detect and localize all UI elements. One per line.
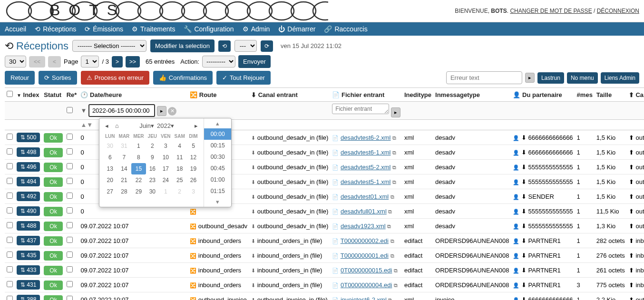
copy-icon[interactable]: ⧉ <box>390 253 394 259</box>
dp-home[interactable]: ⌂ <box>113 121 121 130</box>
copy-icon[interactable]: ⧉ <box>392 165 396 170</box>
dp-time-option[interactable]: 00:30 <box>204 151 231 163</box>
error-go-button[interactable]: ▸ <box>525 73 535 83</box>
row-re-checkbox[interactable] <box>67 193 73 199</box>
dp-next-month[interactable]: ▸ <box>193 121 200 130</box>
dp-time-option[interactable]: 00:15 <box>204 140 231 151</box>
modify-selection-button[interactable]: Modifier la selection <box>150 39 215 52</box>
copy-icon[interactable]: ⧉ <box>390 238 394 244</box>
row-checkbox[interactable] <box>7 163 13 169</box>
dp-day[interactable]: 10 <box>159 152 173 163</box>
date-go-button[interactable]: ▸ <box>157 106 166 116</box>
dp-day[interactable]: 3 <box>159 140 173 152</box>
file-go-button[interactable]: ▸ <box>391 107 400 117</box>
row-re-checkbox[interactable] <box>67 207 73 213</box>
file-link[interactable]: desadvtest6-2.xml <box>341 134 391 141</box>
logout-link[interactable]: DÉCONNEXION <box>597 8 639 14</box>
dp-day[interactable]: 3 <box>187 186 200 197</box>
index-badge[interactable]: ⇅ 431 <box>17 280 40 290</box>
page-size-select[interactable]: 30 <box>5 56 26 68</box>
copy-icon[interactable]: ⧉ <box>392 179 396 185</box>
dp-year[interactable]: 2022▾ <box>157 122 174 129</box>
row-checkbox[interactable] <box>7 193 13 199</box>
row-re-checkbox[interactable] <box>67 163 73 169</box>
selection-dropdown[interactable]: ------- Selection ------- <box>72 40 146 52</box>
page-first[interactable]: << <box>29 56 45 68</box>
index-badge[interactable]: ⇅ 492 <box>17 192 40 201</box>
file-link[interactable]: desadvtest6-1.xml <box>341 149 391 156</box>
dp-day[interactable]: 24 <box>159 174 173 186</box>
copy-icon[interactable]: ⧉ <box>387 223 391 229</box>
dp-day[interactable]: 1 <box>159 186 173 197</box>
row-checkbox[interactable] <box>7 281 13 287</box>
dp-time-option[interactable]: 01:00 <box>204 174 231 185</box>
copy-icon[interactable]: ⧉ <box>394 282 398 288</box>
change-password-link[interactable]: CHANGER DE MOT DE PASSE <box>510 8 592 14</box>
back-button[interactable]: Retour <box>5 71 35 85</box>
row-checkbox[interactable] <box>7 296 13 300</box>
index-badge[interactable]: ⇅ 437 <box>17 236 40 245</box>
dp-day[interactable]: 21 <box>117 174 132 186</box>
dp-day[interactable]: 25 <box>173 174 187 186</box>
copy-icon[interactable]: ⧉ <box>394 268 398 273</box>
dp-day[interactable]: 27 <box>103 186 117 197</box>
date-clear-button[interactable]: ✕ <box>168 107 176 116</box>
dp-time-option[interactable]: 01:15 <box>204 185 231 197</box>
process-error-button[interactable]: ⚠Process en erreur <box>81 71 149 85</box>
liens-admin-button[interactable]: Liens Admin <box>601 72 639 84</box>
sorties-button[interactable]: ⟳Sorties <box>39 71 77 85</box>
dp-day[interactable]: 7 <box>117 152 132 163</box>
copy-icon[interactable]: ⧉ <box>388 209 392 214</box>
row-re-checkbox[interactable] <box>67 281 73 287</box>
refresh-button-1[interactable]: ⟲ <box>218 40 231 52</box>
dp-day[interactable]: 12 <box>187 152 200 163</box>
row-re-checkbox[interactable] <box>67 296 73 300</box>
page-next[interactable]: > <box>112 56 123 68</box>
row-checkbox[interactable] <box>7 207 13 213</box>
row-re-checkbox[interactable] <box>67 222 73 228</box>
dp-day[interactable]: 1 <box>131 140 146 152</box>
index-badge[interactable]: ⇅ 494 <box>17 177 40 186</box>
index-badge[interactable]: ⇅ 388 <box>17 295 40 300</box>
rejouer-button[interactable]: ✓Tout Rejouer <box>216 71 271 85</box>
dp-day[interactable]: 31 <box>117 140 132 152</box>
file-link[interactable]: desadvfull01.xml <box>341 208 387 215</box>
nav-config[interactable]: 🔧Configuration <box>184 25 234 33</box>
file-link[interactable]: desadvtest5-1.xml <box>341 178 391 185</box>
nav-treatments[interactable]: ⚙Traitements <box>132 25 175 33</box>
dp-day[interactable]: 29 <box>131 186 146 197</box>
dp-day[interactable]: 5 <box>187 140 200 152</box>
copy-icon[interactable]: ⧉ <box>388 297 392 300</box>
file-link[interactable]: T0000000001.edi <box>341 252 389 259</box>
nomenu-button[interactable]: No menu <box>567 72 598 84</box>
date-filter-input[interactable] <box>88 104 155 117</box>
file-link[interactable]: invoictest6-2.xml <box>341 296 387 300</box>
row-re-checkbox[interactable] <box>67 252 73 258</box>
submit-button[interactable]: Envoyer <box>238 55 271 68</box>
dp-day[interactable]: 19 <box>187 163 200 174</box>
index-badge[interactable]: ⇅ 490 <box>17 206 40 216</box>
row-re-checkbox[interactable] <box>67 148 73 155</box>
row-checkbox[interactable] <box>7 266 13 272</box>
index-badge[interactable]: ⇅ 435 <box>17 251 40 260</box>
nav-start[interactable]: ⏻Démarrer <box>278 25 315 33</box>
page-last[interactable]: >> <box>126 56 140 68</box>
confirmations-button[interactable]: 👍Confirmations <box>153 71 213 85</box>
page-prev[interactable]: < <box>48 56 61 68</box>
page-select[interactable]: 1 <box>81 56 99 68</box>
copy-icon[interactable]: ⧉ <box>390 194 394 200</box>
dp-prev-month[interactable]: ◂ <box>103 121 110 130</box>
row-re-checkbox[interactable] <box>67 266 73 272</box>
dp-time-option[interactable]: 00:45 <box>204 163 231 174</box>
dp-day[interactable]: 9 <box>146 152 159 163</box>
nav-shortcuts[interactable]: 🔗Raccourcis <box>324 25 367 33</box>
file-link[interactable]: desadvtest5-2.xml <box>341 164 391 171</box>
dp-month[interactable]: Juin▾ <box>139 122 154 129</box>
dp-day[interactable]: 4 <box>173 140 187 152</box>
index-badge[interactable]: ⇅ 433 <box>17 265 40 275</box>
error-text-input[interactable] <box>446 71 522 84</box>
dp-day[interactable]: 2 <box>146 140 159 152</box>
dp-day[interactable]: 30 <box>103 140 117 152</box>
refresh-button-2[interactable]: ⟳ <box>261 40 273 52</box>
file-link[interactable]: desadv1923.xml <box>341 223 386 230</box>
